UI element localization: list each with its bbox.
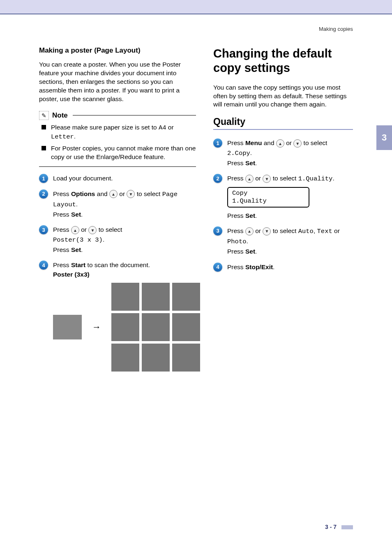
step-number-icon: 1 xyxy=(213,138,222,148)
note-list: Please make sure paper size is set to A4… xyxy=(39,123,196,162)
t: Press xyxy=(53,246,71,253)
t: to select xyxy=(97,226,122,233)
t: Press xyxy=(227,139,245,146)
note-icon: ✎ xyxy=(39,111,49,120)
divider xyxy=(39,166,196,167)
note-header: ✎ Note xyxy=(39,111,196,120)
left-step-4: 4 Press Start to scan the document. Post… xyxy=(39,260,196,372)
step-number-icon: 3 xyxy=(39,225,48,234)
menu-key: Menu xyxy=(245,139,262,146)
note1-text-b: or xyxy=(166,124,174,131)
left-step-1: 1 Load your document. xyxy=(39,173,196,183)
t: Press xyxy=(227,227,245,234)
t: . xyxy=(76,201,78,208)
down-arrow-icon: ▼ xyxy=(88,226,97,234)
bullet-icon xyxy=(42,125,46,129)
t: . xyxy=(255,248,257,255)
arrow-right-icon: → xyxy=(92,320,101,334)
breadcrumb: Making copies xyxy=(0,26,392,32)
right-column: Changing the default copy settings You c… xyxy=(213,46,353,377)
t: . xyxy=(273,263,274,270)
code: Text xyxy=(317,228,332,235)
step-number-icon: 4 xyxy=(39,261,48,270)
t: Press xyxy=(227,175,245,182)
note-rule xyxy=(73,115,196,115)
t: to select xyxy=(271,227,298,234)
t: . xyxy=(250,149,252,156)
page-number-bar xyxy=(341,525,353,529)
up-arrow-icon: ▲ xyxy=(245,175,254,183)
step-number-icon: 1 xyxy=(39,174,48,183)
grid-cell xyxy=(111,344,139,372)
lcd-line1: Copy xyxy=(232,189,304,197)
down-arrow-icon: ▼ xyxy=(293,139,302,148)
page-number: 3 - 7 xyxy=(325,524,353,530)
code: Photo xyxy=(227,238,247,245)
t: . xyxy=(81,246,83,253)
poster-diagram: → xyxy=(53,283,200,372)
code: Poster(3 x 3) xyxy=(53,236,103,244)
grid-cell xyxy=(172,344,200,372)
note1-text-c: . xyxy=(74,133,76,140)
right-heading: Changing the default copy settings xyxy=(213,46,353,75)
down-arrow-icon: ▼ xyxy=(263,227,271,235)
t: . xyxy=(103,236,104,243)
grid-cell xyxy=(172,313,200,341)
t: Press xyxy=(227,159,245,166)
t: Press xyxy=(53,261,71,268)
grid-cell xyxy=(111,313,139,341)
poster-grid xyxy=(111,283,200,372)
poster-label: Poster (3x3) xyxy=(53,271,90,278)
set-key: Set xyxy=(245,212,255,219)
t: . xyxy=(255,212,257,219)
right-step-2: 2 Press ▲ or ▼ to select 1.Quality. Copy… xyxy=(213,173,353,220)
t: to select xyxy=(135,190,162,197)
t: or xyxy=(118,190,127,197)
quality-heading: Quality xyxy=(213,116,353,130)
t: or xyxy=(79,226,88,233)
note-label: Note xyxy=(52,111,68,120)
grid-cell xyxy=(142,283,170,311)
right-step-4: 4 Press Stop/Exit. xyxy=(213,262,353,272)
right-intro: You can save the copy settings you use m… xyxy=(213,83,353,109)
grid-cell xyxy=(142,313,170,341)
set-key: Set xyxy=(245,159,255,166)
lcd-display: Copy 1.Quality xyxy=(227,187,309,207)
t: Press xyxy=(53,190,71,197)
stopexit-key: Stop/Exit xyxy=(245,263,273,270)
t: and xyxy=(95,190,109,197)
code: Auto xyxy=(298,228,314,235)
set-key: Set xyxy=(245,248,255,255)
step-number-icon: 4 xyxy=(213,263,222,272)
set-key: Set xyxy=(71,211,81,218)
t: or xyxy=(332,227,340,234)
chapter-tab: 3 xyxy=(376,125,392,150)
left-intro: You can create a poster. When you use th… xyxy=(39,60,196,104)
options-key: Options xyxy=(71,190,95,197)
t: Press xyxy=(53,211,71,218)
t: Press xyxy=(227,212,245,219)
left-step-2: 2 Press Options and ▲ or ▼ to select Pag… xyxy=(39,189,196,219)
header-bar xyxy=(0,0,392,14)
t: or xyxy=(284,139,293,146)
code: 2.Copy xyxy=(227,150,250,157)
left-step-3: 3 Press ▲ or ▼ to select Poster(3 x 3). … xyxy=(39,225,196,254)
step-number-icon: 2 xyxy=(39,189,48,199)
right-step-3: 3 Press ▲ or ▼ to select Auto, Text or P… xyxy=(213,226,353,256)
up-arrow-icon: ▲ xyxy=(71,226,79,234)
up-arrow-icon: ▲ xyxy=(109,190,118,198)
t: , xyxy=(314,227,317,234)
grid-cell xyxy=(172,283,200,311)
grid-cell xyxy=(142,344,170,372)
left-column: Making a poster (Page Layout) You can cr… xyxy=(39,46,196,377)
t: Press xyxy=(227,263,245,270)
start-key: Start xyxy=(71,261,85,268)
note1-text-a: Please make sure paper size is set to xyxy=(51,124,159,131)
page-number-text: 3 - 7 xyxy=(325,524,337,530)
left-heading: Making a poster (Page Layout) xyxy=(39,46,196,55)
step-number-icon: 2 xyxy=(213,174,222,183)
t: to select xyxy=(302,139,327,146)
up-arrow-icon: ▲ xyxy=(276,139,284,148)
note-item-2: For Poster copies, you cannot make more … xyxy=(39,144,196,162)
grid-cell xyxy=(111,283,139,311)
